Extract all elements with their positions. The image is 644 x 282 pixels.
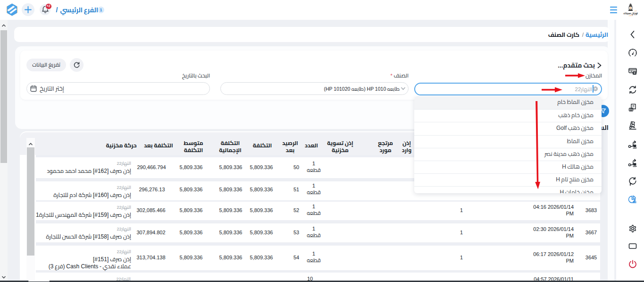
svg-text:للذهب: للذهب <box>628 14 633 17</box>
svg-text:فرع: فرع <box>635 9 637 12</box>
